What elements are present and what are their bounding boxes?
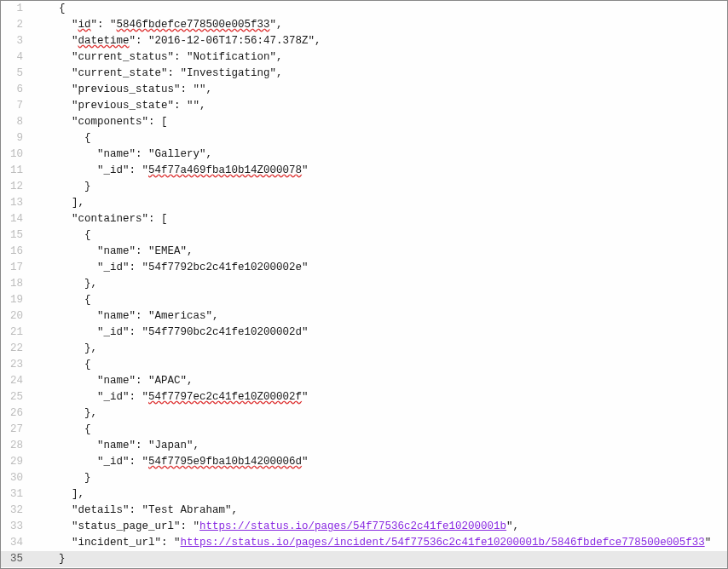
line-number: 27 (1, 422, 28, 438)
code-token: ", (270, 19, 283, 31)
code-line[interactable]: 16 "name": "EMEA", (1, 244, 727, 260)
code-content: "_id": "54f7795e9fba10b14200006d" (28, 454, 309, 470)
code-line[interactable]: 6 "previous_status": "", (1, 82, 727, 98)
line-number: 24 (1, 373, 28, 389)
code-token: "name": "APAC", (97, 375, 194, 387)
code-line[interactable]: 34 "incident_url": "https://status.io/pa… (1, 535, 727, 551)
code-token: "previous_status": "", (72, 83, 212, 95)
line-number: 33 (1, 519, 28, 535)
code-token: } (84, 181, 91, 193)
code-token: { (84, 294, 91, 306)
line-number: 21 (1, 325, 28, 341)
code-line[interactable]: 22 }, (1, 341, 727, 357)
line-number: 3 (1, 33, 28, 49)
code-line[interactable]: 17 "_id": "54f7792bc2c41fe10200002e" (1, 260, 727, 276)
code-token: { (84, 359, 91, 371)
code-content: "current_status": "Notification", (28, 49, 283, 66)
line-number: 11 (1, 163, 28, 179)
code-line[interactable]: 35 } (1, 551, 727, 567)
code-content: { (28, 422, 91, 438)
code-line[interactable]: 31 ], (1, 486, 727, 503)
line-number: 18 (1, 276, 28, 292)
code-token: "details": "Test Abraham", (72, 504, 238, 516)
code-line[interactable]: 7 "previous_state": "", (1, 98, 727, 114)
code-line[interactable]: 18 }, (1, 276, 727, 292)
spellcheck-marked: 54f77a469fba10b14Z000078 (148, 164, 302, 176)
code-line[interactable]: 32 "details": "Test Abraham", (1, 503, 727, 519)
code-token: "previous_state": "", (72, 100, 206, 112)
code-content: }, (28, 276, 97, 292)
code-content: "name": "APAC", (28, 373, 194, 389)
code-line[interactable]: 2 "id": "5846fbdefce778500e005f33", (1, 17, 727, 33)
line-number: 15 (1, 227, 28, 244)
spellcheck-marked: datetime (78, 35, 130, 47)
code-line[interactable]: 5 "current_state": "Investigating", (1, 66, 727, 82)
code-line[interactable]: 15 { (1, 227, 727, 244)
line-number: 34 (1, 535, 28, 551)
code-content: "previous_state": "", (28, 98, 206, 114)
code-content: { (28, 292, 91, 308)
code-content: "containers": [ (28, 211, 168, 227)
code-line[interactable]: 20 "name": "Americas", (1, 308, 727, 325)
line-number: 35 (1, 551, 28, 567)
code-line[interactable]: 11 "_id": "54f77a469fba10b14Z000078" (1, 163, 727, 179)
code-line[interactable]: 19 { (1, 292, 727, 308)
code-token: }, (84, 407, 97, 419)
hyperlink[interactable]: https://status.io/pages/54f77536c2c41fe1… (199, 520, 506, 532)
code-line[interactable]: 23 { (1, 357, 727, 373)
line-number: 31 (1, 486, 28, 503)
line-number: 6 (1, 82, 28, 98)
code-line[interactable]: 10 "name": "Gallery", (1, 147, 727, 163)
code-line[interactable]: 3 "datetime": "2016-12-06T17:56:47.378Z"… (1, 33, 727, 49)
code-editor[interactable]: 1 {2 "id": "5846fbdefce778500e005f33",3 … (0, 0, 728, 569)
code-token: "current_status": "Notification", (72, 51, 283, 63)
code-line[interactable]: 14 "containers": [ (1, 211, 727, 227)
line-number: 13 (1, 195, 28, 211)
code-line[interactable]: 28 "name": "Japan", (1, 438, 727, 454)
code-content: } (28, 179, 91, 195)
code-line[interactable]: 29 "_id": "54f7795e9fba10b14200006d" (1, 454, 727, 470)
code-token: { (84, 423, 91, 435)
code-content: "id": "5846fbdefce778500e005f33", (28, 17, 283, 33)
code-token: "name": "Gallery", (97, 148, 212, 160)
code-token: " (72, 35, 78, 47)
code-token: "name": "Japan", (97, 440, 199, 451)
code-line[interactable]: 1 { (1, 1, 727, 17)
code-content: { (28, 130, 91, 147)
code-content: "details": "Test Abraham", (28, 503, 238, 519)
code-content: "_id": "54f7792bc2c41fe10200002e" (28, 260, 309, 276)
code-token: "_id": " (97, 164, 148, 176)
code-content: { (28, 357, 91, 373)
code-token: "components": [ (72, 116, 168, 128)
code-line[interactable]: 13 ], (1, 195, 727, 211)
code-line[interactable]: 4 "current_status": "Notification", (1, 49, 727, 66)
code-token: " (72, 19, 78, 31)
code-token: } (59, 553, 66, 565)
code-content: "_id": "54f77a469fba10b14Z000078" (28, 163, 309, 179)
line-number: 12 (1, 179, 28, 195)
code-token: "_id": " (97, 456, 148, 468)
spellcheck-marked: 5846fbdefce778500e005f33 (117, 19, 270, 31)
code-content: "_id": "54f7790bc2c41fe10200002d" (28, 325, 309, 341)
code-content: "name": "Americas", (28, 308, 219, 325)
code-line[interactable]: 25 "_id": "54f7797ec2c41fe10Z00002f" (1, 389, 727, 405)
code-token: ], (72, 197, 84, 209)
line-number: 4 (1, 49, 28, 66)
code-token: "_id": "54f7792bc2c41fe10200002e" (97, 262, 309, 273)
code-line[interactable]: 9 { (1, 130, 727, 147)
line-number: 16 (1, 244, 28, 260)
code-token: "incident_url": " (72, 537, 181, 549)
code-line[interactable]: 27 { (1, 422, 727, 438)
code-line[interactable]: 24 "name": "APAC", (1, 373, 727, 389)
code-line[interactable]: 30 } (1, 470, 727, 486)
line-number: 23 (1, 357, 28, 373)
code-line[interactable]: 26 }, (1, 405, 727, 422)
code-line[interactable]: 21 "_id": "54f7790bc2c41fe10200002d" (1, 325, 727, 341)
code-line[interactable]: 8 "components": [ (1, 114, 727, 130)
code-line[interactable]: 12 } (1, 179, 727, 195)
code-token: " (302, 164, 309, 176)
code-line[interactable]: 33 "status_page_url": "https://status.io… (1, 519, 727, 535)
line-number: 1 (1, 1, 28, 17)
code-content: "previous_status": "", (28, 82, 212, 98)
hyperlink[interactable]: https://status.io/pages/incident/54f7753… (181, 537, 705, 549)
